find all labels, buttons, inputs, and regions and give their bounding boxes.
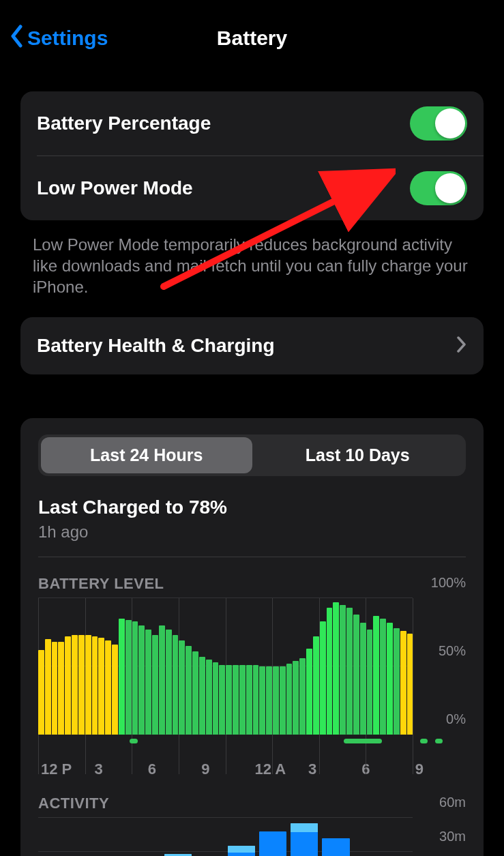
low-power-mode-label: Low Power Mode <box>37 177 193 199</box>
battery-level-bar <box>138 625 145 735</box>
battery-level-bar <box>119 619 125 735</box>
x-tick: 3 <box>91 761 145 778</box>
battery-level-plot[interactable] <box>38 598 413 735</box>
battery-percentage-toggle[interactable] <box>410 106 467 141</box>
last-charged-subtitle: 1h ago <box>38 522 466 542</box>
battery-level-bar <box>266 666 272 735</box>
charging-segment <box>435 739 443 743</box>
charging-indicator-strip <box>38 739 466 746</box>
battery-level-bar <box>394 628 400 735</box>
low-power-mode-description: Low Power Mode temporarily reduces backg… <box>33 234 471 298</box>
battery-level-bar <box>306 649 312 735</box>
battery-level-bar <box>219 665 225 735</box>
battery-level-bar <box>293 661 299 735</box>
battery-level-bar <box>105 640 111 735</box>
battery-level-bar <box>72 635 78 735</box>
y-tick: 30m <box>439 828 466 844</box>
y-tick: 0% <box>446 711 466 726</box>
chevron-left-icon <box>10 25 25 53</box>
battery-level-bar <box>78 635 85 735</box>
back-button[interactable]: Settings <box>10 25 108 53</box>
battery-level-x-axis: 12 P36912 A369 <box>38 761 466 778</box>
battery-level-bar <box>213 662 219 735</box>
back-label: Settings <box>27 27 108 50</box>
x-tick: 6 <box>145 761 198 778</box>
battery-level-heading: BATTERY LEVEL <box>38 575 466 593</box>
battery-level-bar <box>340 605 346 735</box>
battery-level-bar <box>327 608 333 735</box>
battery-health-label: Battery Health & Charging <box>37 335 275 357</box>
battery-level-bar <box>286 664 293 735</box>
battery-level-bar <box>132 621 138 735</box>
usage-card: Last 24 Hours Last 10 Days Last Charged … <box>20 418 484 856</box>
battery-level-chart: 100%50%0% 12 P36912 A369 <box>38 598 466 778</box>
x-tick: 12 A <box>252 761 306 778</box>
divider <box>38 557 466 557</box>
battery-level-bar <box>253 665 259 735</box>
y-tick: 60m <box>439 794 466 810</box>
y-tick: 100% <box>431 574 466 590</box>
battery-level-bar <box>173 635 179 735</box>
activity-y-axis: 60m30m <box>413 818 466 856</box>
tab-last-24-hours[interactable]: Last 24 Hours <box>41 437 252 473</box>
x-tick: 3 <box>306 761 359 778</box>
battery-health-group: Battery Health & Charging <box>20 317 484 374</box>
time-range-segmented[interactable]: Last 24 Hours Last 10 Days <box>38 434 466 476</box>
battery-level-bar <box>320 621 326 735</box>
activity-chart: 60m30m <box>38 818 466 856</box>
battery-level-bar <box>367 630 373 735</box>
charging-segment <box>130 739 137 743</box>
activity-bar <box>322 838 349 856</box>
battery-level-bar <box>125 620 132 735</box>
battery-level-y-axis: 100%50%0% <box>413 598 466 735</box>
battery-level-bar <box>52 642 58 735</box>
charging-segment <box>344 739 382 743</box>
battery-level-bar <box>85 635 91 735</box>
battery-level-bar <box>166 630 172 735</box>
battery-level-bar <box>353 615 359 735</box>
activity-heading: ACTIVITY <box>38 795 466 812</box>
battery-settings-screen: Settings Battery Battery Percentage Low … <box>0 19 504 856</box>
battery-level-bar <box>299 658 306 735</box>
toggles-group: Battery Percentage Low Power Mode <box>20 91 484 220</box>
low-power-mode-row[interactable]: Low Power Mode <box>37 156 484 220</box>
battery-level-bar <box>112 645 118 735</box>
battery-level-bar <box>333 602 339 735</box>
battery-level-bar <box>273 666 279 735</box>
battery-level-bar <box>192 651 198 735</box>
nav-bar: Settings Battery <box>0 19 504 57</box>
battery-percentage-row[interactable]: Battery Percentage <box>20 91 484 156</box>
battery-level-bar <box>206 660 212 735</box>
battery-level-bar <box>38 650 44 735</box>
x-tick: 9 <box>413 761 466 778</box>
activity-bar <box>291 823 318 856</box>
battery-level-bar <box>58 642 64 735</box>
y-tick: 50% <box>439 643 466 658</box>
battery-level-bar <box>280 666 286 735</box>
battery-percentage-label: Battery Percentage <box>37 113 211 134</box>
battery-level-bar <box>226 665 232 735</box>
battery-level-bar <box>152 635 158 735</box>
battery-level-bar <box>400 631 406 735</box>
chevron-right-icon <box>456 336 467 356</box>
battery-level-bar <box>387 623 393 735</box>
tab-last-10-days[interactable]: Last 10 Days <box>252 437 464 473</box>
battery-level-bar <box>186 646 192 735</box>
battery-level-bar <box>145 630 151 735</box>
low-power-mode-toggle[interactable] <box>410 171 467 205</box>
activity-bar <box>228 846 255 856</box>
battery-level-bar <box>239 665 246 735</box>
battery-level-bar <box>380 619 386 735</box>
activity-plot[interactable] <box>38 818 413 856</box>
battery-level-bar <box>199 657 205 735</box>
last-charged-title: Last Charged to 78% <box>38 497 466 518</box>
battery-level-bar <box>45 639 51 735</box>
x-tick: 6 <box>359 761 412 778</box>
x-tick: 12 P <box>38 761 91 778</box>
battery-health-row[interactable]: Battery Health & Charging <box>20 317 484 374</box>
battery-level-bar <box>313 636 319 735</box>
battery-level-bar <box>373 616 379 735</box>
battery-level-bar <box>360 623 366 735</box>
battery-level-bar <box>233 665 239 735</box>
battery-level-bar <box>65 636 71 735</box>
